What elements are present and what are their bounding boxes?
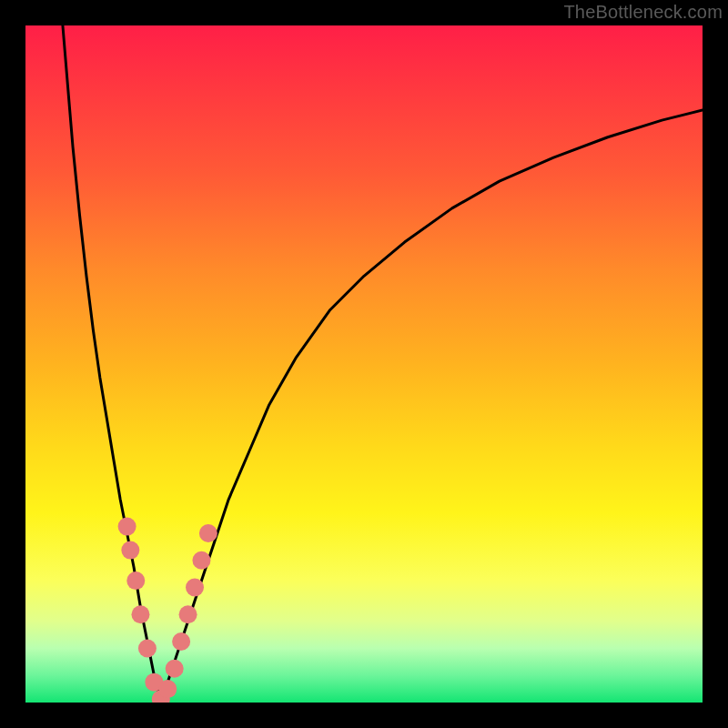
data-marker: [179, 605, 197, 623]
data-marker: [158, 680, 177, 698]
data-marker: [126, 571, 145, 590]
curve-markers: [118, 518, 217, 703]
data-marker: [131, 605, 149, 623]
series-right-branch: [161, 110, 703, 703]
data-marker: [118, 518, 136, 536]
watermark-text: TheBottleneck.com: [563, 2, 723, 23]
data-marker: [186, 579, 204, 597]
data-marker: [192, 551, 210, 570]
chart-frame: TheBottleneck.com: [0, 0, 728, 728]
data-marker: [166, 660, 184, 678]
plot-area: [25, 25, 703, 703]
curve-lines: [63, 25, 703, 703]
data-marker: [172, 632, 190, 651]
data-marker: [138, 639, 157, 657]
data-marker: [121, 541, 139, 560]
data-marker: [199, 524, 217, 542]
series-left-branch: [63, 25, 161, 703]
chart-svg: [25, 25, 703, 703]
